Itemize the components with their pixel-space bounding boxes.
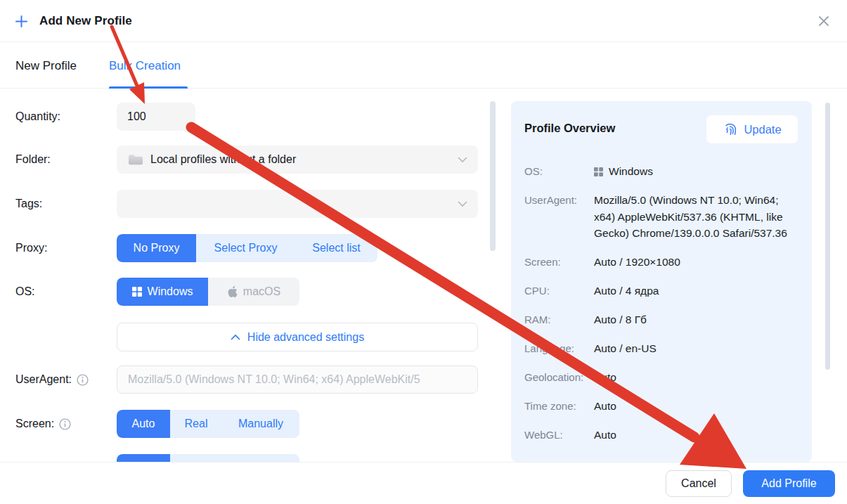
form-scrollbar[interactable] <box>490 101 496 251</box>
useragent-input[interactable] <box>117 366 478 394</box>
tab-bulk-creation[interactable]: Bulk Creation <box>109 43 181 89</box>
profile-overview-panel: Profile Overview Update OS: Windows <box>511 101 812 462</box>
folder-select-value: Local profiles without a folder <box>150 153 296 166</box>
overview-row-webgl: WebGL: Auto <box>524 427 798 444</box>
chevron-down-icon <box>458 157 467 163</box>
os-segmented-control: Windows macOS <box>117 278 299 306</box>
add-profile-button[interactable]: Add Profile <box>743 470 835 497</box>
screen-segmented-control: Auto Real Manually <box>117 410 299 438</box>
overview-row-language: Language: Auto / en-US <box>524 340 798 357</box>
useragent-label: UserAgent: <box>15 373 89 387</box>
proxy-segmented-control: No Proxy Select Proxy Select list <box>117 234 377 262</box>
proxy-option-no-proxy[interactable]: No Proxy <box>117 234 196 262</box>
overview-rows: OS: Windows UserAgent: Mozilla/5.0 (Wind… <box>524 163 798 455</box>
overview-row-screen: Screen: Auto / 1920×1080 <box>524 254 798 271</box>
fingerprint-icon <box>723 122 737 137</box>
proxy-option-select-proxy[interactable]: Select Proxy <box>196 234 295 262</box>
tab-new-profile[interactable]: New Profile <box>15 43 77 89</box>
close-icon[interactable] <box>817 15 830 27</box>
chevron-up-icon <box>231 334 240 340</box>
dialog-scrollbar[interactable] <box>825 103 830 370</box>
screen-option-auto[interactable]: Auto <box>117 410 170 438</box>
clipped-segmented-control[interactable] <box>117 454 299 462</box>
quantity-input[interactable] <box>117 103 195 131</box>
folder-label: Folder: <box>15 153 51 167</box>
update-button-label: Update <box>744 123 781 136</box>
tags-label: Tags: <box>15 197 42 211</box>
tab-new-profile-label: New Profile <box>15 59 77 73</box>
folder-icon <box>128 154 143 166</box>
apple-icon <box>227 285 238 298</box>
overview-row-ram: RAM: Auto / 8 Гб <box>524 311 798 328</box>
proxy-label: Proxy: <box>15 241 47 255</box>
dialog-body: Quantity: Folder: Tags: Proxy: OS: UserA… <box>0 89 847 462</box>
tab-bulk-creation-label: Bulk Creation <box>109 59 181 73</box>
screen-option-manually[interactable]: Manually <box>222 410 299 438</box>
profile-overview-title: Profile Overview <box>524 122 615 135</box>
windows-icon <box>594 167 603 176</box>
overview-row-timezone: Time zone: Auto <box>524 398 798 415</box>
os-option-macos[interactable]: macOS <box>208 278 299 306</box>
overview-row-useragent: UserAgent: Mozilla/5.0 (Windows NT 10.0;… <box>524 192 798 242</box>
screen-label: Screen: <box>15 417 71 431</box>
windows-icon <box>132 287 142 297</box>
tags-select[interactable] <box>117 190 478 218</box>
overview-row-cpu: CPU: Auto / 4 ядра <box>524 283 798 299</box>
dialog-header: Add New Profile <box>0 0 847 42</box>
chevron-down-icon <box>458 201 467 207</box>
quantity-label: Quantity: <box>15 110 60 124</box>
proxy-option-select-list[interactable]: Select list <box>295 234 377 262</box>
dialog-footer: Cancel Add Profile <box>0 462 847 504</box>
os-label: OS: <box>15 285 35 299</box>
folder-select[interactable]: Local profiles without a folder <box>117 146 478 174</box>
active-tab-indicator <box>109 86 188 89</box>
dialog-title: Add New Profile <box>39 14 132 28</box>
os-option-windows[interactable]: Windows <box>117 278 208 306</box>
screen-option-real[interactable]: Real <box>170 410 222 438</box>
hide-advanced-settings-button[interactable]: Hide advanced settings <box>117 323 478 351</box>
plus-icon <box>15 15 28 28</box>
overview-row-os: OS: Windows <box>524 163 798 180</box>
info-icon[interactable] <box>77 374 89 386</box>
info-icon[interactable] <box>59 418 71 430</box>
tab-bar: New Profile Bulk Creation <box>0 43 847 89</box>
update-button[interactable]: Update <box>706 115 798 143</box>
cancel-button[interactable]: Cancel <box>666 470 732 497</box>
overview-row-geolocation: Geolocation: Auto <box>524 369 798 386</box>
